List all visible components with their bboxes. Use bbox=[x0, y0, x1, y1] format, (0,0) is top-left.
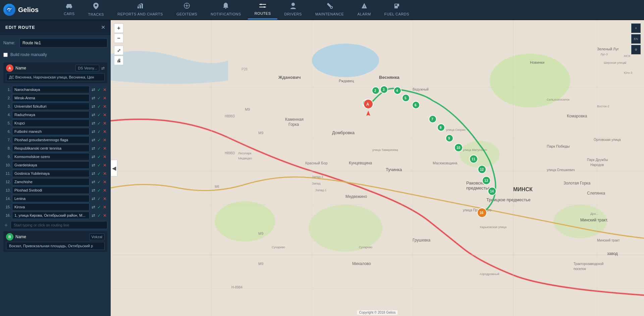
route-item-remove[interactable]: ✕ bbox=[102, 120, 107, 126]
route-item-remove[interactable]: ✕ bbox=[102, 196, 107, 202]
route-item-remove[interactable]: ✕ bbox=[102, 212, 107, 219]
route-item-reorder[interactable]: ⇄ bbox=[91, 120, 96, 126]
add-waypoint-input[interactable] bbox=[11, 221, 107, 229]
route-item-input[interactable] bbox=[12, 128, 90, 135]
svg-point-4 bbox=[70, 7, 71, 8]
route-name-input[interactable] bbox=[19, 38, 107, 48]
route-item-remove[interactable]: ✕ bbox=[102, 179, 107, 185]
route-item-check[interactable]: ✓ bbox=[97, 120, 102, 126]
route-item-remove[interactable]: ✕ bbox=[102, 154, 107, 160]
route-item-check[interactable]: ✓ bbox=[97, 196, 102, 202]
route-item-remove[interactable]: ✕ bbox=[102, 112, 107, 118]
route-item-reorder[interactable]: ⇄ bbox=[91, 95, 96, 101]
route-item: 12. ⇄ ✓ ✕ bbox=[3, 178, 107, 186]
svg-rect-24 bbox=[395, 4, 397, 6]
route-item-check[interactable]: ✓ bbox=[97, 95, 102, 101]
zoom-out-button[interactable]: − bbox=[114, 34, 123, 43]
traffic-button[interactable]: EN bbox=[631, 34, 641, 44]
nav-item-notifications[interactable]: NOTIFICATIONS bbox=[204, 0, 248, 19]
nav-item-reports[interactable]: REPORTS AND CHARTS bbox=[111, 0, 170, 19]
route-item-reorder[interactable]: ⇄ bbox=[91, 137, 96, 143]
route-item-check[interactable]: ✓ bbox=[97, 128, 102, 135]
route-item-reorder[interactable]: ⇄ bbox=[91, 196, 96, 202]
pan-button[interactable]: ⤢ bbox=[114, 46, 123, 55]
route-item-check[interactable]: ✓ bbox=[97, 87, 102, 93]
route-item-check[interactable]: ✓ bbox=[97, 187, 102, 194]
route-item-remove[interactable]: ✕ bbox=[102, 204, 107, 210]
point-a-assign[interactable]: DS Vesny... bbox=[75, 65, 99, 71]
nav-item-fuel[interactable]: FUEL CARDS bbox=[378, 0, 416, 19]
copy-icon-a[interactable]: ⇄ bbox=[101, 66, 105, 70]
route-item-remove[interactable]: ✕ bbox=[102, 162, 107, 168]
nav-item-geoitems[interactable]: GEOITEMS bbox=[170, 0, 204, 19]
route-item-input[interactable] bbox=[12, 111, 90, 118]
route-item-input[interactable] bbox=[12, 103, 90, 110]
route-item-input[interactable] bbox=[12, 86, 90, 93]
route-item-check[interactable]: ✓ bbox=[97, 145, 102, 152]
route-item-reorder[interactable]: ⇄ bbox=[91, 212, 96, 219]
route-item-input[interactable] bbox=[12, 153, 90, 160]
collapse-panel-button[interactable]: ◀ bbox=[111, 160, 117, 176]
zoom-in-button[interactable]: + bbox=[114, 23, 123, 33]
route-item-reorder[interactable]: ⇄ bbox=[91, 145, 96, 152]
route-item-check[interactable]: ✓ bbox=[97, 103, 102, 110]
route-item-input[interactable] bbox=[12, 119, 90, 127]
nav-item-alarm[interactable]: ! ALARM bbox=[351, 0, 377, 19]
build-manually-checkbox[interactable] bbox=[3, 53, 8, 57]
nav-item-tracks[interactable]: TRACKS bbox=[82, 0, 111, 19]
point-b-assign[interactable]: Vokzal bbox=[89, 233, 105, 240]
route-item-reorder[interactable]: ⇄ bbox=[91, 128, 96, 135]
route-item-reorder[interactable]: ⇄ bbox=[91, 154, 96, 160]
route-item-num: 3. bbox=[3, 104, 11, 108]
route-item-input[interactable] bbox=[12, 145, 90, 152]
close-button[interactable]: ✕ bbox=[101, 24, 105, 31]
route-item-remove[interactable]: ✕ bbox=[102, 145, 107, 152]
route-item-reorder[interactable]: ⇄ bbox=[91, 87, 96, 93]
nav-item-routes[interactable]: ROUTES bbox=[248, 0, 278, 19]
nav-item-drivers[interactable]: DRIVERS bbox=[277, 0, 308, 19]
route-item-check[interactable]: ✓ bbox=[97, 112, 102, 118]
route-item-reorder[interactable]: ⇄ bbox=[91, 162, 96, 168]
route-item-reorder[interactable]: ⇄ bbox=[91, 170, 96, 177]
route-item-remove[interactable]: ✕ bbox=[102, 95, 107, 101]
route-item-remove[interactable]: ✕ bbox=[102, 187, 107, 194]
route-item-remove[interactable]: ✕ bbox=[102, 170, 107, 177]
route-item-reorder[interactable]: ⇄ bbox=[91, 187, 96, 194]
route-item-input[interactable] bbox=[12, 94, 90, 102]
build-manually-label[interactable]: Build route manually bbox=[10, 52, 47, 57]
route-item-check[interactable]: ✓ bbox=[97, 212, 102, 219]
route-item-input[interactable] bbox=[12, 136, 90, 144]
route-item-check[interactable]: ✓ bbox=[97, 179, 102, 185]
nav-label-cars: CARS bbox=[64, 12, 75, 16]
route-item-remove[interactable]: ✕ bbox=[102, 103, 107, 110]
print-button[interactable]: 🖨 bbox=[114, 56, 123, 65]
route-item-reorder[interactable]: ⇄ bbox=[91, 179, 96, 185]
route-item-check[interactable]: ✓ bbox=[97, 137, 102, 143]
route-item-input[interactable] bbox=[12, 195, 90, 202]
route-item-check[interactable]: ✓ bbox=[97, 170, 102, 177]
nav-item-cars[interactable]: CARS bbox=[57, 0, 82, 19]
route-item-check[interactable]: ✓ bbox=[97, 204, 102, 210]
route-item-remove[interactable]: ✕ bbox=[102, 137, 107, 143]
route-item-input[interactable] bbox=[12, 178, 90, 186]
route-item-input[interactable] bbox=[12, 212, 90, 219]
route-item-reorder[interactable]: ⇄ bbox=[91, 204, 96, 210]
layers-button[interactable]: ≡ bbox=[631, 23, 641, 33]
route-item-check[interactable]: ✓ bbox=[97, 154, 102, 160]
nav-item-maintenance[interactable]: MAINTENANCE bbox=[309, 0, 351, 19]
route-item-remove[interactable]: ✕ bbox=[102, 87, 107, 93]
route-item-input[interactable] bbox=[12, 170, 90, 177]
point-a-name: Name bbox=[15, 66, 73, 70]
route-item-reorder[interactable]: ⇄ bbox=[91, 103, 96, 110]
route-item-actions: ⇄ ✓ ✕ bbox=[91, 162, 107, 168]
route-item-reorder[interactable]: ⇄ bbox=[91, 112, 96, 118]
route-item-input[interactable] bbox=[12, 203, 90, 211]
add-waypoint-icon[interactable]: ＋ bbox=[3, 222, 9, 229]
route-item-input[interactable] bbox=[12, 187, 90, 194]
route-item-check[interactable]: ✓ bbox=[97, 162, 102, 168]
route-item-actions: ⇄ ✓ ✕ bbox=[91, 204, 107, 210]
route-item-remove[interactable]: ✕ bbox=[102, 128, 107, 135]
route-item-input[interactable] bbox=[12, 161, 90, 169]
settings-button[interactable]: ⚙ bbox=[631, 45, 641, 54]
map-area[interactable]: M9 M9 M9 M9 H-8984 M6 H8993 H8993 МСК -2… bbox=[111, 20, 644, 316]
